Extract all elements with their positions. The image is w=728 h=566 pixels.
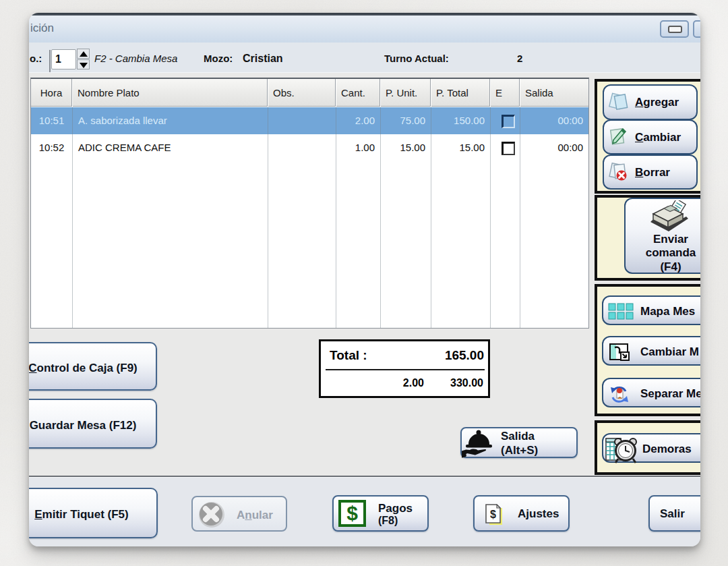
svg-text:$: $	[490, 509, 496, 520]
